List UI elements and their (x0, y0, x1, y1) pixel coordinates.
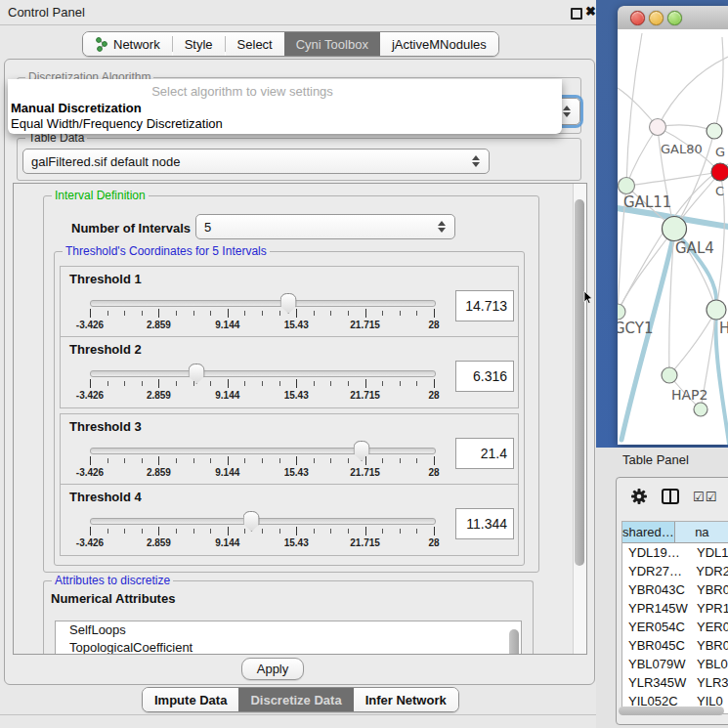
list-scrollbar[interactable] (509, 629, 519, 655)
table-row[interactable]: YDL19…YDL1 (622, 543, 728, 562)
cell-name[interactable]: YBR0 (691, 638, 728, 653)
cell-shared-name[interactable]: YBR043C (622, 582, 691, 597)
cell-name[interactable]: YBL0 (691, 657, 728, 671)
cell-shared-name[interactable]: YBR045C (622, 638, 691, 653)
table-data-combobox[interactable]: galFiltered.sif default node (22, 149, 490, 174)
tab-select[interactable]: Select (226, 32, 284, 56)
tick-label: 15.43 (284, 467, 309, 478)
attribute-list-item[interactable]: TopologicalCoefficient (56, 639, 521, 655)
threshold-4-value-field[interactable]: 11.344 (455, 508, 514, 539)
cell-name[interactable]: YDL1 (691, 545, 728, 560)
combo-arrows-icon (563, 106, 571, 117)
num-intervals-label: Number of Intervals (71, 221, 191, 236)
network-icon (95, 37, 108, 52)
threshold-label: Threshold 2 (69, 342, 142, 357)
tick-label: 21.715 (350, 537, 380, 548)
cell-shared-name[interactable]: YER054C (622, 620, 691, 634)
num-intervals-combobox[interactable]: 5 (195, 214, 455, 239)
cell-name[interactable]: YLR3 (691, 675, 728, 690)
cell-name[interactable]: YPR1 (691, 601, 728, 616)
table-row[interactable]: YBR043CYBR0 (622, 580, 728, 599)
threshold-2-slider[interactable] (90, 370, 436, 377)
column-header-shared-name[interactable]: shared… (622, 522, 675, 542)
tick-label: 15.43 (284, 390, 309, 401)
option-manual-discretization[interactable]: Manual Discretization (11, 101, 142, 115)
node-h[interactable] (707, 300, 726, 320)
threshold-3-value-field[interactable]: 21.4 (455, 438, 514, 469)
node-g[interactable] (707, 123, 722, 139)
tab-jactivemnodules[interactable]: jActiveMNodules (380, 32, 498, 56)
tab-discretize-data[interactable]: Discretize Data (238, 688, 353, 711)
threshold-label: Threshold 4 (69, 490, 142, 504)
node-gcy1[interactable] (618, 304, 625, 320)
close-traffic-icon[interactable] (630, 11, 645, 25)
tick-label: -3.426 (76, 537, 104, 548)
network-window-titlebar[interactable] (618, 6, 728, 30)
node-gal4[interactable] (663, 217, 687, 241)
cell-name[interactable]: YER0 (691, 620, 728, 634)
table-row[interactable]: YLR345WYLR3 (622, 673, 728, 692)
cell-name[interactable]: YDR2 (690, 564, 728, 578)
network-canvas[interactable]: GAL80 G C GAL11 GAL4 GCY1 H HAP2 (618, 29, 728, 445)
node-highlighted-red[interactable] (711, 163, 728, 181)
tab-impute-data[interactable]: Impute Data (143, 688, 238, 711)
cell-name[interactable]: YBR0 (691, 582, 728, 597)
table-row[interactable]: YBR045CYBR0 (622, 636, 728, 655)
table-row[interactable]: YER054CYER0 (622, 618, 728, 636)
threshold-1-value-field[interactable]: 14.713 (455, 290, 514, 321)
table-panel-window: ☑☑ shared… na YDL19…YDL1YDR27…YDR2YBR043… (616, 477, 728, 725)
cell-shared-name[interactable]: YPR145W (622, 601, 691, 616)
cell-shared-name[interactable]: YDR27… (622, 564, 690, 578)
slider-tick-labels: -3.4262.8599.14415.4321.71528 (90, 390, 434, 402)
slider-tick-labels: -3.4262.8599.14415.4321.71528 (90, 320, 434, 331)
table-panel-title: Table Panel (622, 452, 689, 467)
tick-label: -3.426 (76, 390, 104, 401)
settings-scrollbar[interactable] (573, 184, 586, 654)
table-row[interactable]: YBL079WYBL0 (622, 655, 728, 673)
table-data-group: Table Data galFiltered.sif default node (17, 138, 581, 181)
top-tabbar: Network Style Select Cyni Toolbox jActiv… (82, 31, 499, 57)
node-attribute-table[interactable]: shared… na YDL19…YDL1YDR27…YDR2YBR043CYB… (621, 521, 728, 714)
threshold-4-slider[interactable] (90, 518, 436, 525)
tick-label: 2.859 (147, 467, 171, 478)
settings-scrollpane: Interval Definition Number of Intervals … (13, 183, 587, 655)
cell-shared-name[interactable]: YDL19… (622, 545, 691, 560)
option-equal-width-frequency[interactable]: Equal Width/Frequency Discretization (11, 116, 223, 131)
tab-style[interactable]: Style (173, 32, 225, 56)
column-header-name[interactable]: na (675, 522, 728, 542)
threshold-1-slider[interactable] (90, 300, 436, 307)
node-gal80[interactable] (650, 119, 666, 136)
node-gal11[interactable] (619, 178, 635, 194)
close-icon[interactable]: ✖ (585, 4, 596, 19)
minimize-traffic-icon[interactable] (649, 11, 664, 25)
tick-label: 9.144 (215, 537, 239, 548)
attribute-list-item[interactable]: SelfLoops (56, 621, 521, 639)
threshold-3-slider[interactable] (90, 448, 436, 454)
column-checkboxes-icon[interactable]: ☑☑ (693, 490, 717, 504)
node-hap2[interactable] (662, 367, 677, 383)
threshold-2-value-field[interactable]: 6.316 (455, 361, 514, 392)
tick-label: 28 (428, 320, 439, 330)
scrollbar-thumb[interactable] (575, 199, 584, 566)
tick-label: 28 (428, 467, 439, 478)
node-label: GAL80 (661, 142, 703, 156)
apply-button[interactable]: Apply (241, 658, 304, 680)
float-window-icon[interactable] (571, 8, 582, 20)
zoom-traffic-icon[interactable] (667, 11, 682, 25)
tab-network[interactable]: Network (83, 32, 172, 56)
numerical-attributes-list[interactable]: SelfLoopsTopologicalCoefficientBetweenne… (55, 621, 522, 655)
tick-label: 2.859 (147, 537, 171, 548)
tab-cyni-toolbox[interactable]: Cyni Toolbox (284, 32, 380, 56)
table-row[interactable]: YPR145WYPR1 (622, 599, 728, 618)
table-row[interactable]: YDR27…YDR2 (622, 562, 728, 580)
cell-shared-name[interactable]: YLR345W (622, 675, 691, 690)
node-label: H (719, 320, 728, 337)
node-label: GCY1 (618, 320, 654, 337)
node-partial[interactable] (694, 403, 707, 416)
split-columns-icon[interactable] (662, 489, 679, 504)
tab-infer-network[interactable]: Infer Network (354, 688, 458, 711)
cell-shared-name[interactable]: YBL079W (622, 657, 691, 671)
combo-arrows-icon (438, 221, 446, 233)
gear-icon[interactable] (630, 488, 648, 505)
table-hscrollbar[interactable] (619, 707, 724, 715)
